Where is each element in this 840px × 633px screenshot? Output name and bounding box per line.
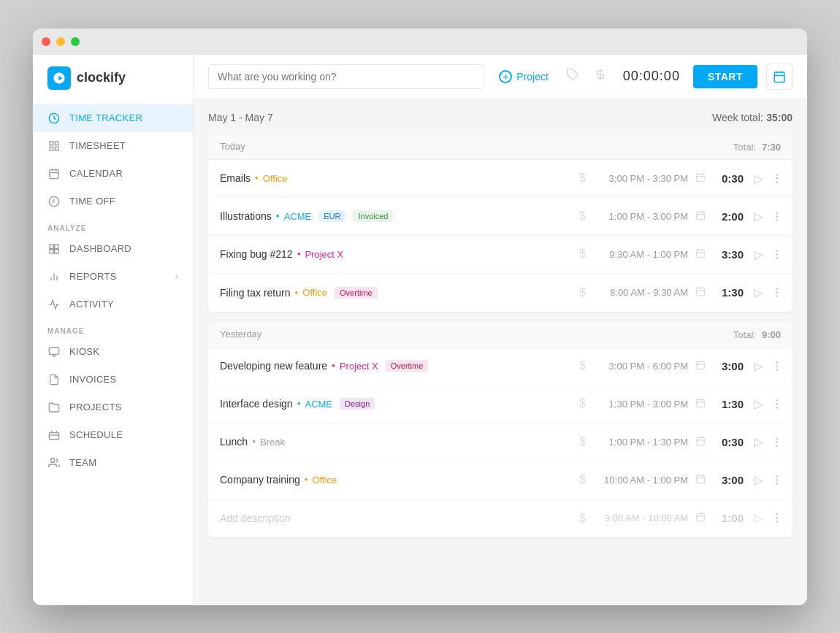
entry-calendar-icon[interactable] xyxy=(695,286,706,299)
sidebar-item-dashboard[interactable]: DASHBOARD xyxy=(33,235,193,263)
billable-icon[interactable]: $ xyxy=(579,248,586,261)
day-total-yesterday: Total: 9:00 xyxy=(733,328,781,341)
activity-icon xyxy=(47,298,61,311)
more-icon[interactable] xyxy=(773,209,781,224)
search-input[interactable] xyxy=(208,64,484,89)
play-icon[interactable]: ▷ xyxy=(751,397,765,411)
entry-project: Project X xyxy=(340,361,378,372)
day-group-today: Today Total: 7:30 Emails ● Office xyxy=(208,134,793,312)
invoices-icon xyxy=(47,373,61,386)
tag-icon[interactable] xyxy=(563,68,582,85)
entry-time-range: 9:30 AM - 1:00 PM xyxy=(593,249,688,260)
play-icon[interactable]: ▷ xyxy=(751,248,765,261)
sidebar-item-team[interactable]: TEAM xyxy=(33,449,193,477)
app-window: clockify TIME TRACKER TIMESHEET xyxy=(33,28,807,605)
minimize-dot[interactable] xyxy=(56,37,65,46)
project-dot-icon: ● xyxy=(276,213,280,219)
project-dot-icon: ● xyxy=(332,363,335,369)
billable-icon[interactable]: $ xyxy=(579,286,586,299)
sidebar-item-reports[interactable]: REPORTS › xyxy=(33,263,193,291)
sidebar-item-timesheet[interactable]: TIMESHEET xyxy=(33,132,193,160)
play-icon[interactable]: ▷ xyxy=(751,473,765,487)
entry-title: Illustrations xyxy=(220,210,272,222)
time-entry: Illustrations ● ACME EUR Invoiced $ 1:00… xyxy=(208,198,793,236)
entry-duration: 3:00 xyxy=(713,474,744,486)
tag-eur: EUR xyxy=(318,210,345,222)
projects-icon xyxy=(47,401,61,414)
add-description-placeholder[interactable]: Add description xyxy=(220,513,291,524)
svg-rect-44 xyxy=(697,288,705,296)
sidebar-item-projects[interactable]: PROJECTS xyxy=(33,394,193,421)
time-entry: Company training ● Office $ 10:00 AM - 1… xyxy=(208,461,793,499)
dollar-icon[interactable] xyxy=(591,68,610,85)
sidebar-item-time-off[interactable]: TIME OFF xyxy=(33,188,193,215)
sidebar-item-schedule[interactable]: SCHEDULE xyxy=(33,421,193,449)
entry-calendar-icon[interactable] xyxy=(695,210,706,223)
entry-calendar-icon[interactable] xyxy=(695,512,706,524)
play-icon[interactable]: ▷ xyxy=(751,285,765,299)
entry-calendar-icon[interactable] xyxy=(695,398,706,410)
app-container: clockify TIME TRACKER TIMESHEET xyxy=(33,55,807,605)
svg-rect-32 xyxy=(697,174,705,182)
play-icon[interactable]: ▷ xyxy=(751,511,765,525)
entry-duration: 2:00 xyxy=(713,210,744,223)
project-plus-icon: + xyxy=(499,70,512,83)
sidebar-label-activity: ACTIVITY xyxy=(69,299,114,310)
more-icon[interactable] xyxy=(773,510,781,526)
entry-calendar-icon[interactable] xyxy=(695,172,706,185)
billable-icon[interactable]: $ xyxy=(579,397,586,410)
play-icon[interactable]: ▷ xyxy=(751,435,765,449)
more-icon[interactable] xyxy=(773,285,781,300)
sidebar-item-kiosk[interactable]: KIOSK xyxy=(33,338,193,366)
time-entry: Emails ● Office $ 3:00 PM - 3:30 PM 0:30 xyxy=(208,160,793,198)
svg-rect-18 xyxy=(49,348,58,354)
entry-calendar-icon[interactable] xyxy=(695,474,706,486)
project-label: Project xyxy=(516,71,549,83)
play-icon[interactable]: ▷ xyxy=(751,172,765,185)
entry-calendar-icon[interactable] xyxy=(695,360,706,372)
entry-project: Office xyxy=(302,287,327,298)
entry-title: Company training xyxy=(220,474,300,486)
sidebar-item-calendar[interactable]: CALENDAR xyxy=(33,160,193,188)
day-header-today: Today Total: 7:30 xyxy=(208,134,793,160)
billable-icon[interactable]: $ xyxy=(579,435,586,448)
start-button[interactable]: START xyxy=(693,65,757,88)
sidebar-label-dashboard: DASHBOARD xyxy=(69,243,131,254)
day-total-label-yesterday: Total: xyxy=(733,329,756,340)
entry-time-range: 1:00 PM - 1:30 PM xyxy=(593,437,688,448)
billable-icon[interactable]: $ xyxy=(579,512,586,525)
billable-icon[interactable]: $ xyxy=(579,172,586,185)
svg-rect-5 xyxy=(50,169,58,178)
sidebar-item-activity[interactable]: ACTIVITY xyxy=(33,291,193,318)
project-dot-icon: ● xyxy=(297,401,301,407)
more-icon[interactable] xyxy=(773,247,781,262)
sidebar-label-timesheet: TIMESHEET xyxy=(69,140,126,151)
maximize-dot[interactable] xyxy=(71,37,80,46)
svg-rect-36 xyxy=(697,212,705,220)
sidebar-item-invoices[interactable]: INVOICES xyxy=(33,366,193,394)
entry-duration: 1:30 xyxy=(713,398,744,410)
sidebar-label-projects: PROJECTS xyxy=(69,402,122,413)
entry-title: Fixing bug #212 xyxy=(220,248,293,260)
more-icon[interactable] xyxy=(773,358,781,374)
more-icon[interactable] xyxy=(773,434,781,450)
entry-calendar-icon[interactable] xyxy=(695,248,706,261)
project-button[interactable]: + Project xyxy=(493,70,554,83)
billable-icon[interactable]: $ xyxy=(579,359,586,372)
entry-calendar-icon[interactable] xyxy=(695,436,706,448)
billable-icon[interactable]: $ xyxy=(579,210,586,223)
more-icon[interactable] xyxy=(773,171,781,186)
close-dot[interactable] xyxy=(42,37,50,46)
billable-icon[interactable]: $ xyxy=(579,473,586,486)
sidebar-item-time-tracker[interactable]: TIME TRACKER xyxy=(33,104,193,132)
week-total-value: 35:00 xyxy=(766,112,793,123)
entry-project: Office xyxy=(263,173,288,184)
play-icon[interactable]: ▷ xyxy=(751,359,765,373)
more-icon[interactable] xyxy=(773,396,781,412)
play-icon[interactable]: ▷ xyxy=(751,210,765,223)
more-icon[interactable] xyxy=(773,472,781,488)
svg-rect-40 xyxy=(697,250,705,258)
logo-icon xyxy=(47,66,71,90)
day-header-yesterday: Yesterday Total: 9:00 xyxy=(208,322,793,348)
view-toggle-button[interactable] xyxy=(766,64,793,90)
